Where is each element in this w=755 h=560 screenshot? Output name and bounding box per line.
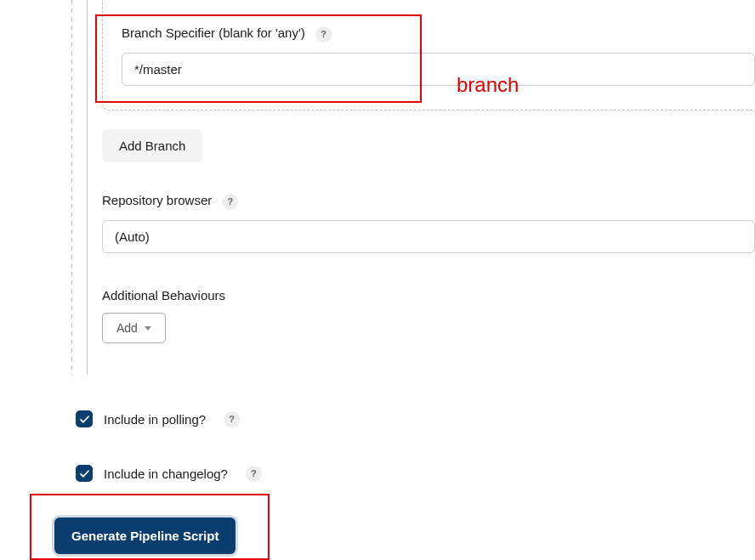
include-in-polling-row: Include in polling? ? — [76, 410, 240, 427]
additional-behaviours-section: Additional Behaviours Add — [102, 288, 225, 343]
outer-dashed-guide — [71, 0, 72, 375]
add-branch-button[interactable]: Add Branch — [102, 129, 202, 162]
include-in-changelog-checkbox[interactable] — [76, 465, 93, 482]
branch-specifier-container: Branch Specifier (blank for 'any') ? — [102, 0, 755, 110]
help-icon[interactable]: ? — [246, 466, 262, 482]
annotation-label-branch: branch — [457, 73, 519, 97]
include-in-polling-checkbox[interactable] — [76, 410, 93, 427]
branch-specifier-input[interactable] — [122, 53, 755, 86]
help-icon[interactable]: ? — [222, 194, 238, 210]
branch-specifier-label: Branch Specifier (blank for 'any') — [122, 25, 305, 40]
inner-solid-guide — [87, 0, 88, 375]
add-branch-section: Add Branch — [102, 129, 202, 162]
repository-browser-section: Repository browser ? (Auto) — [102, 193, 755, 253]
additional-behaviours-label: Additional Behaviours — [102, 288, 225, 303]
chevron-down-icon — [145, 326, 151, 331]
checkmark-icon — [79, 468, 90, 479]
repository-browser-label: Repository browser — [102, 193, 212, 207]
include-in-changelog-row: Include in changelog? ? — [76, 465, 262, 482]
add-behaviour-label: Add — [116, 321, 138, 335]
add-behaviour-button[interactable]: Add — [102, 313, 166, 343]
repository-browser-select[interactable]: (Auto) — [102, 220, 755, 253]
help-icon[interactable]: ? — [315, 26, 332, 42]
include-in-changelog-label: Include in changelog? — [104, 467, 228, 481]
checkmark-icon — [79, 414, 90, 425]
help-icon[interactable]: ? — [224, 411, 240, 427]
generate-pipeline-script-button[interactable]: Generate Pipeline Script — [54, 518, 236, 554]
include-in-polling-label: Include in polling? — [104, 412, 206, 427]
repository-browser-value: (Auto) — [115, 229, 150, 244]
